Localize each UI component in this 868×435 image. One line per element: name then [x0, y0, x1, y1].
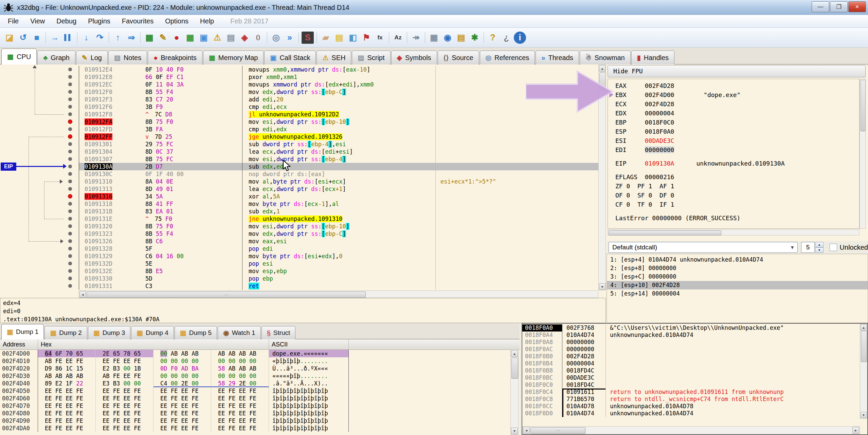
- address-cell[interactable]: 01091328: [79, 245, 143, 252]
- instruction-cell[interactable]: pxor xmm0,xmm1: [242, 73, 435, 81]
- title-bar[interactable]: x32dbg - File: UnknownUnpacked.exe - PID…: [0, 0, 868, 15]
- address-cell[interactable]: 01091320: [79, 223, 143, 230]
- tab-watch-1[interactable]: ◉Watch 1: [218, 326, 260, 339]
- help-icon[interactable]: ?: [487, 32, 499, 44]
- instruction-cell[interactable]: sub edx,1: [242, 208, 435, 215]
- bytes-cell[interactable]: 0F 10 40 F0: [143, 66, 242, 73]
- instruction-dot[interactable]: [68, 187, 72, 191]
- bytes-cell[interactable]: 2B D7: [143, 163, 242, 170]
- instruction-cell[interactable]: movups xmm0,xmmword ptr ds:[eax-10]: [242, 66, 435, 73]
- stack-value[interactable]: 010A4D78: [562, 403, 606, 410]
- stop-icon[interactable]: ■: [31, 32, 43, 44]
- instruction-cell[interactable]: xor al,5A: [242, 193, 435, 200]
- dump-hex-group[interactable]: EE FE EE FE: [38, 417, 96, 424]
- run-to-user-code-icon[interactable]: ⇒: [125, 32, 138, 44]
- instruction-dot[interactable]: [68, 239, 72, 243]
- instruction-dot[interactable]: [68, 165, 72, 168]
- globe-icon[interactable]: ◉: [441, 32, 454, 44]
- argument-row[interactable]: 1: [esp+4] 010A4D74 unknownunpacked.010A…: [607, 256, 868, 264]
- bytes-cell[interactable]: 29 75 FC: [143, 140, 242, 148]
- instruction-dot[interactable]: [68, 179, 72, 183]
- breakpoint-dot[interactable]: [68, 134, 72, 139]
- instruction-cell[interactable]: mov esi,dword ptr ss:[ebp-10]: [242, 223, 435, 230]
- instruction-cell[interactable]: pop ebp: [242, 275, 435, 282]
- source-icon[interactable]: ⟨⟩: [252, 32, 264, 44]
- comment-cell[interactable]: [435, 118, 605, 126]
- dump-hex-group[interactable]: 00 00 00 00: [211, 357, 269, 365]
- bytes-cell[interactable]: 5F: [143, 245, 242, 252]
- menu-plugins[interactable]: Plugins: [82, 15, 116, 27]
- address-cell[interactable]: 010912E8: [79, 73, 143, 81]
- comment-cell[interactable]: [435, 223, 605, 230]
- arg-count-input[interactable]: 5: [801, 242, 815, 253]
- tab-dump-1[interactable]: ▦Dump 1: [1, 324, 44, 339]
- bytes-cell[interactable]: 83 C7 20: [143, 96, 242, 103]
- disasm-row[interactable]: 010913208B 75 F0mov esi,dword ptr ss:[eb…: [0, 223, 605, 230]
- favourites-icon[interactable]: ▤: [455, 32, 467, 44]
- dump-ascii[interactable]: dope.exe.«««««««: [269, 350, 349, 357]
- tab-call-stack[interactable]: ▣Call Stack: [264, 51, 316, 64]
- disasm-row[interactable]: 0109132D5Epop esi: [0, 260, 605, 267]
- instruction-cell[interactable]: pop edi: [242, 245, 435, 252]
- comment-cell[interactable]: [435, 230, 605, 238]
- dump-hex-group[interactable]: AB FE EE FE: [38, 357, 96, 365]
- scroll-left-button[interactable]: ◂: [79, 291, 86, 298]
- disasm-row[interactable]: 0109130A2B D7sub edx,edi: [0, 163, 605, 170]
- scroll-left-button[interactable]: ◂: [523, 427, 530, 434]
- stack-vscrollbar[interactable]: ▴ ▾: [860, 324, 867, 419]
- disasm-row[interactable]: 010912F383 C7 20add edi,20: [0, 96, 605, 103]
- bookmark-icon[interactable]: ⚑: [360, 32, 373, 44]
- stack-row[interactable]: 0018F0BC00DADE3C: [522, 374, 867, 381]
- dump-hex-group[interactable]: EE FE EE FE: [153, 402, 211, 410]
- stack-address[interactable]: 0018F0C0: [522, 381, 562, 389]
- stack-row[interactable]: 0018F0AC00000000: [522, 346, 867, 353]
- comment-cell[interactable]: [435, 260, 605, 267]
- instruction-cell[interactable]: sub edx,edi: [242, 163, 435, 170]
- instruction-cell[interactable]: jge unknownunpacked.1091326: [242, 133, 435, 140]
- dump-hex-group[interactable]: EE FE EE FE: [153, 417, 211, 424]
- tab-handles[interactable]: ▮Handles: [631, 51, 674, 64]
- instruction-dot[interactable]: [68, 254, 72, 258]
- registers-vscrollbar[interactable]: [860, 79, 866, 229]
- stack-address[interactable]: 0018F0D0: [522, 410, 562, 417]
- dump-ascii[interactable]: «««««þîþ........: [269, 372, 349, 380]
- bytes-cell[interactable]: 0F 1F 40 00: [143, 170, 242, 178]
- stack-value[interactable]: 00000004: [562, 360, 606, 367]
- dump-hex-group[interactable]: EE FE EE FE: [96, 402, 153, 410]
- call-stack-icon[interactable]: ▣: [198, 32, 210, 44]
- scroll-right-button[interactable]: ▸: [852, 427, 859, 434]
- stack-address[interactable]: 0018F0A0: [522, 324, 562, 332]
- instruction-dot[interactable]: [68, 97, 72, 101]
- address-cell[interactable]: 01091316: [79, 193, 143, 200]
- tab-dump-4[interactable]: ▦Dump 4: [131, 326, 174, 339]
- disasm-hscrollbar[interactable]: ◂ ⋯: [79, 290, 598, 298]
- register-line[interactable]: EDX 00000004: [615, 109, 859, 118]
- disasm-row[interactable]: 010913048D 0C 37lea ecx,dword ptr ds:[ed…: [0, 148, 605, 155]
- run-icon[interactable]: →: [49, 32, 61, 44]
- dump-hex-group[interactable]: EE FE EE FE: [96, 395, 153, 402]
- disasm-row[interactable]: 010913285Fpop edi: [0, 245, 605, 252]
- address-cell[interactable]: 0109132D: [79, 260, 143, 267]
- tab-cpu[interactable]: ▦CPU: [1, 49, 37, 64]
- stack-address[interactable]: 0018F0C8: [522, 396, 562, 403]
- dump-row[interactable]: 002F4D70EE FE EE FEEE FE EE FEEE FE EE F…: [0, 402, 520, 410]
- register-line[interactable]: EDI 00000000: [615, 145, 859, 154]
- menu-options[interactable]: Options: [159, 15, 194, 27]
- dump-hex-group[interactable]: EE FE EE FE: [153, 395, 211, 402]
- stack-address[interactable]: 0018F0B0: [522, 353, 562, 360]
- dump-address[interactable]: 002F4D50: [0, 387, 38, 395]
- instruction-cell[interactable]: pop esi: [242, 260, 435, 267]
- disasm-row[interactable]: 010913138D 49 01lea ecx,dword ptr ds:[ec…: [0, 185, 605, 193]
- dump-hex-group[interactable]: 00 AB AB AB: [153, 350, 211, 357]
- register-line[interactable]: EBX 002F4D00 "dope.exe": [615, 90, 859, 99]
- dump-hex-group[interactable]: EE FE EE FE: [153, 387, 211, 395]
- comment-cell[interactable]: [435, 252, 605, 260]
- disasm-row[interactable]: 010912F8^7C D8jl unknownunpacked.10912D2: [0, 111, 605, 118]
- open-file-icon[interactable]: ◪: [3, 32, 16, 44]
- bytes-cell[interactable]: 8B 75 F0: [143, 223, 242, 230]
- instruction-dot[interactable]: [68, 82, 72, 86]
- instruction-dot[interactable]: [68, 269, 72, 273]
- stack-value[interactable]: 00DADE3C: [562, 374, 606, 381]
- instruction-cell[interactable]: mov esi,dword ptr ss:[ebp-4]: [242, 155, 435, 163]
- dump-hex-group[interactable]: 2E 65 78 65: [96, 350, 153, 357]
